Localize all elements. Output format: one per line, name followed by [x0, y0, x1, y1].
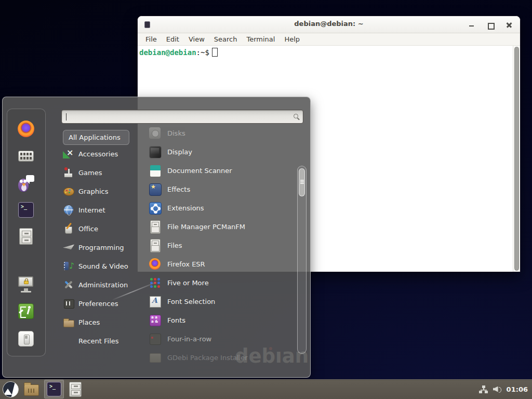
- category-label: Preferences: [78, 300, 118, 308]
- category-internet[interactable]: Internet: [63, 201, 146, 219]
- app-five-or-more[interactable]: Five or More: [149, 273, 295, 292]
- logout-button[interactable]: [8, 301, 44, 322]
- bottom-panel: 01:06: [0, 379, 532, 399]
- category-label: Internet: [78, 206, 105, 214]
- app-label: Display: [167, 148, 192, 156]
- desktop-folder-launcher[interactable]: [22, 380, 41, 398]
- category-office[interactable]: Office: [63, 219, 146, 238]
- fonts-icon: [149, 314, 161, 326]
- terminal-titlebar[interactable]: debian@debian: ~: [138, 16, 520, 33]
- favorite-firefox[interactable]: [8, 118, 44, 139]
- four-in-a-row-icon: [149, 332, 161, 345]
- category-label: Administration: [78, 281, 128, 289]
- category-recent-files[interactable]: Recent Files: [63, 331, 146, 350]
- menu-search[interactable]: Search: [209, 34, 242, 44]
- app-label: Fonts: [167, 316, 185, 324]
- menu-file[interactable]: File: [141, 34, 162, 44]
- category-graphics[interactable]: Graphics: [63, 182, 146, 201]
- app-disks[interactable]: Disks: [149, 124, 295, 142]
- file-manager-launcher[interactable]: [67, 380, 84, 398]
- app-label: Firefox ESR: [167, 260, 205, 268]
- favorite-file-manager[interactable]: [8, 226, 44, 247]
- category-accessories[interactable]: Accessories: [63, 144, 146, 163]
- app-firefox-esr[interactable]: Firefox ESR: [149, 255, 295, 273]
- app-label: File Manager PCManFM: [167, 223, 245, 231]
- display-icon: [149, 145, 161, 158]
- app-document-scanner[interactable]: Document Scanner: [149, 161, 295, 180]
- application-list: Disks Display Document Scanner Effects E…: [149, 124, 295, 367]
- category-label: Office: [78, 225, 98, 233]
- category-label: Games: [78, 169, 102, 177]
- minimize-button[interactable]: [468, 21, 475, 29]
- app-files[interactable]: Files: [149, 236, 295, 255]
- app-label: Four-in-a-row: [167, 335, 211, 343]
- terminal-cursor: [212, 48, 218, 57]
- disks-icon: [149, 127, 161, 139]
- internet-icon: [63, 204, 74, 216]
- folder-icon: [24, 384, 39, 396]
- keyboard-icon: [18, 151, 34, 162]
- maximize-button[interactable]: [487, 21, 494, 29]
- sound-video-icon: [63, 260, 74, 272]
- shutdown-button[interactable]: [8, 328, 44, 349]
- app-pcmanfm[interactable]: File Manager PCManFM: [149, 217, 295, 236]
- category-label: Places: [78, 318, 100, 326]
- menu-edit[interactable]: Edit: [162, 34, 184, 44]
- search-input[interactable]: [61, 110, 303, 124]
- terminal-scrollbar-thumb[interactable]: [514, 47, 519, 271]
- menu-terminal[interactable]: Terminal: [242, 34, 280, 44]
- app-label: Font Selection: [167, 298, 215, 305]
- menu-help[interactable]: Help: [280, 34, 304, 44]
- terminal-icon: [18, 202, 34, 218]
- category-places[interactable]: Places: [63, 313, 146, 331]
- app-label: Disks: [167, 129, 185, 137]
- app-gdebi[interactable]: GDebi Package Installer: [149, 348, 295, 367]
- volume-icon[interactable]: [493, 385, 501, 393]
- accessories-icon: [63, 148, 74, 159]
- app-display[interactable]: Display: [149, 142, 295, 161]
- app-label: Five or More: [167, 279, 209, 287]
- text-caret: [66, 113, 66, 121]
- favorite-terminal[interactable]: [8, 200, 44, 220]
- app-label: Extensions: [167, 204, 204, 212]
- terminal-scrollbar[interactable]: [513, 46, 520, 272]
- package-icon: [149, 351, 161, 364]
- app-font-selection[interactable]: Font Selection: [149, 292, 295, 311]
- file-cabinet-icon: [19, 228, 33, 245]
- category-sound-video[interactable]: Sound & Video: [63, 257, 146, 275]
- prompt-user: debian@debian: [139, 48, 196, 57]
- mate-menu-button[interactable]: [3, 381, 19, 397]
- file-cabinet-icon: [149, 220, 161, 233]
- menu-scrollbar[interactable]: [297, 166, 307, 354]
- category-preferences[interactable]: Preferences: [63, 294, 146, 313]
- task-terminal[interactable]: [44, 380, 64, 398]
- all-applications-label: All Applications: [69, 134, 121, 141]
- app-four-in-a-row[interactable]: Four-in-a-row: [149, 329, 295, 348]
- category-games[interactable]: Games: [63, 163, 146, 182]
- lock-screen-button[interactable]: [8, 274, 44, 295]
- logout-icon: [18, 303, 34, 319]
- app-label: Files: [167, 242, 182, 249]
- file-cabinet-icon: [69, 382, 82, 397]
- terminal-menubar: File Edit View Search Terminal Help: [138, 33, 520, 46]
- category-label: Recent Files: [78, 337, 119, 345]
- network-icon[interactable]: [479, 385, 488, 393]
- menu-scrollbar-thumb[interactable]: [299, 168, 305, 196]
- applications-menu: All Applications Accessories Games Graph…: [2, 97, 311, 378]
- file-cabinet-icon: [149, 239, 161, 251]
- app-extensions[interactable]: Extensions: [149, 198, 295, 217]
- app-effects[interactable]: Effects: [149, 180, 295, 198]
- category-programming[interactable]: Programming: [63, 238, 146, 257]
- menu-view[interactable]: View: [184, 34, 209, 44]
- favorite-software[interactable]: [8, 145, 44, 166]
- magnifier-icon: [294, 114, 298, 118]
- close-button[interactable]: [506, 21, 513, 29]
- games-icon: [63, 167, 74, 178]
- app-fonts[interactable]: Fonts: [149, 311, 295, 329]
- terminal-title: debian@debian: ~: [138, 20, 520, 28]
- all-applications-button[interactable]: All Applications: [63, 130, 129, 145]
- panel-clock[interactable]: 01:06: [507, 385, 528, 393]
- font-selection-icon: [149, 295, 161, 308]
- category-label: Accessories: [78, 150, 118, 158]
- favorite-pidgin[interactable]: [8, 173, 44, 194]
